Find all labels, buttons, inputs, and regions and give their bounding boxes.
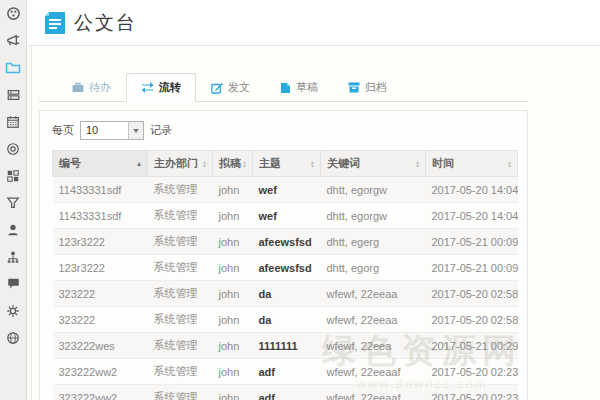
cell-keywords: wfewf, 22eeaa [321, 281, 426, 307]
cell-id: 123r3222 [53, 255, 148, 281]
table-row[interactable]: 123r3222系统管理johnafeewsfsddhtt, egerg2017… [53, 229, 518, 255]
chat-icon [6, 277, 21, 291]
cell-subject: adf [253, 385, 321, 400]
per-page-label-before: 每页 [52, 123, 74, 138]
cell-keywords: wfewf, 22eeaaf [321, 385, 426, 400]
table-row[interactable]: 323222wes系统管理john1111111wfewf, 22eea2017… [53, 333, 518, 359]
server-list-icon [6, 88, 21, 102]
column-header-dept[interactable]: 主办部门▴▾ [148, 151, 213, 177]
cell-time: 2017-05-20 02:23 [426, 359, 518, 385]
tab-publish[interactable]: 发文 [196, 73, 265, 102]
sort-icons: ▴▾ [243, 160, 246, 168]
cell-time: 2017-05-20 14:04 [426, 203, 518, 229]
sidebar-item-settings[interactable] [0, 297, 26, 324]
sidebar-item-users[interactable] [0, 216, 26, 243]
page-size-select[interactable]: 10 [80, 121, 144, 140]
cell-time: 2017-05-20 02:58 [426, 307, 518, 333]
org-chart-icon [6, 250, 20, 264]
documents-table: 编号▴ 主办部门▴▾ 拟稿▴▾ 主题▴▾ 关键词▴▾ 时间▴▾ 11433331… [52, 150, 518, 400]
globe-icon [6, 331, 20, 345]
draft-file-icon [280, 82, 291, 94]
cell-drafter: john [213, 359, 253, 385]
sort-icons: ▴▾ [311, 160, 314, 168]
tab-flow[interactable]: 流转 [126, 73, 196, 102]
disc-icon [6, 142, 20, 156]
app-window: 公文台 待办 流转 发文 草稿 归档 [0, 0, 600, 400]
cell-time: 2017-05-21 00:09 [426, 255, 518, 281]
cell-drafter: john [213, 229, 253, 255]
table-row[interactable]: 11433331sdf系统管理johnwefdhtt, egorgw2017-0… [53, 203, 518, 229]
column-header-keywords[interactable]: 关键词▴▾ [321, 151, 426, 177]
column-header-drafter[interactable]: 拟稿▴▾ [213, 151, 253, 177]
per-page-control: 每页 10 记录 [52, 121, 515, 140]
cell-time: 2017-05-21 00:09 [426, 229, 518, 255]
cell-keywords: wfewf, 22eeaa [321, 307, 426, 333]
cell-keywords: dhtt, egorgw [321, 177, 426, 203]
per-page-label-after: 记录 [150, 123, 172, 138]
table-row[interactable]: 123r3222系统管理johnafeewsfsddhtt, egorg2017… [53, 255, 518, 281]
tab-label: 归档 [365, 74, 387, 101]
cell-drafter: john [213, 177, 253, 203]
cell-drafter: john [213, 307, 253, 333]
cell-keywords: dhtt, egorg [321, 255, 426, 281]
column-header-time[interactable]: 时间▴▾ [426, 151, 518, 177]
table-row[interactable]: 323222ww2系统管理johnadfwfewf, 22eeaaf2017-0… [53, 385, 518, 400]
column-header-id[interactable]: 编号▴ [53, 151, 148, 177]
cell-dept: 系统管理 [148, 359, 213, 385]
folder-icon [5, 61, 21, 75]
cell-subject: adf [253, 359, 321, 385]
table-row[interactable]: 323222ww2系统管理johnadfwfewf, 22eeaaf2017-0… [53, 359, 518, 385]
tab-todo[interactable]: 待办 [57, 73, 126, 102]
sort-icons: ▴▾ [416, 160, 419, 168]
tab-archive[interactable]: 归档 [333, 73, 402, 102]
tab-bar: 待办 流转 发文 草稿 归档 [39, 72, 528, 102]
tab-label: 发文 [228, 74, 250, 101]
cell-dept: 系统管理 [148, 307, 213, 333]
table-row[interactable]: 323222系统管理johndawfewf, 22eeaa2017-05-20 … [53, 281, 518, 307]
cell-id: 323222 [53, 281, 148, 307]
sidebar-item-dashboard[interactable] [0, 0, 26, 27]
gear-icon [6, 304, 20, 318]
sidebar [0, 0, 27, 400]
sort-icons: ▴▾ [508, 160, 511, 168]
sidebar-item-server-list[interactable] [0, 81, 26, 108]
cell-subject: da [253, 281, 321, 307]
sidebar-item-documents[interactable] [0, 54, 26, 81]
sidebar-item-messages[interactable] [0, 270, 26, 297]
sidebar-item-web[interactable] [0, 324, 26, 351]
table-header-row: 编号▴ 主办部门▴▾ 拟稿▴▾ 主题▴▾ 关键词▴▾ 时间▴▾ [53, 151, 518, 177]
cell-keywords: wfewf, 22eeaaf [321, 359, 426, 385]
cell-id: 323222wes [53, 333, 148, 359]
table-row[interactable]: 323222系统管理johndawfewf, 22eeaa2017-05-20 … [53, 307, 518, 333]
cell-id: 123r3222 [53, 229, 148, 255]
sidebar-item-filter[interactable] [0, 189, 26, 216]
page-title: 公文台 [74, 10, 137, 36]
sidebar-item-records[interactable] [0, 135, 26, 162]
cell-id: 323222ww2 [53, 385, 148, 400]
cell-drafter: john [213, 255, 253, 281]
qr-grid-icon [6, 169, 20, 183]
cell-drafter: john [213, 203, 253, 229]
sidebar-item-modules[interactable] [0, 162, 26, 189]
cell-time: 2017-05-20 02:23 [426, 385, 518, 400]
exchange-icon [141, 82, 154, 93]
sidebar-item-announcements[interactable] [0, 27, 26, 54]
cell-id: 323222ww2 [53, 359, 148, 385]
cell-dept: 系统管理 [148, 333, 213, 359]
table-panel: 每页 10 记录 编号▴ 主办部门▴▾ 拟稿▴▾ 主题▴▾ [39, 110, 528, 400]
tab-drafts[interactable]: 草稿 [265, 73, 333, 102]
cell-dept: 系统管理 [148, 177, 213, 203]
cell-drafter: john [213, 385, 253, 400]
megaphone-icon [6, 33, 21, 48]
sidebar-item-calendar[interactable] [0, 108, 26, 135]
cell-time: 2017-05-20 02:58 [426, 281, 518, 307]
calendar-icon [6, 115, 20, 129]
cell-time: 2017-05-21 00:29 [426, 333, 518, 359]
cell-subject: da [253, 307, 321, 333]
page-header: 公文台 [28, 0, 600, 46]
table-row[interactable]: 11433331sdf系统管理johnwefdhtt, egorgw2017-0… [53, 177, 518, 203]
blue-document-icon [44, 11, 66, 35]
column-header-subject[interactable]: 主题▴▾ [253, 151, 321, 177]
cell-subject: wef [253, 177, 321, 203]
sidebar-item-organization[interactable] [0, 243, 26, 270]
